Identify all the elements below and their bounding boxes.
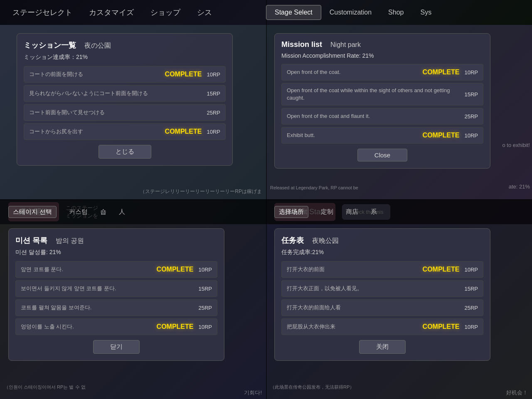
rp-badge: 10RP [207,129,220,135]
rp-badge: 15RP [464,91,478,98]
nav-item-stage-select-jp[interactable]: ステージセレクト [12,7,72,17]
panel-header-jp: ミッション一覧 夜の公園 [24,40,226,50]
mission-row: 엉덩이를 노출 시킨다. COMPLETE 10RP [15,318,217,335]
mission-list-en: Open front of the coat. COMPLETE 10RP Op… [281,64,483,144]
mission-row: Open front of the coat while within the … [281,83,483,105]
bg-text-tr-rate: ate: 21% [509,183,530,191]
panel-rate-kr: 미션 달성률: 21% [15,249,217,256]
mission-list-jp: コートの前面を開ける COMPLETE 10RP 見られながらバレないようにコー… [24,66,226,140]
complete-badge: COMPLETE [423,132,460,139]
panel-subtitle-jp: 夜の公園 [84,42,111,50]
rp-badge: 25RP [207,110,220,116]
quadrant-top-left: ミッション一覧 夜の公園 ミッション達成率：21% コートの前面を開ける COM… [0,25,266,224]
mid-nav-custom-kr[interactable]: 커스텀 [69,208,88,216]
panel-subtitle-kr: 밤의 공원 [56,237,84,245]
mission-row: 보이면서 들키지 않게 앞면 코트를 푼다. 15RP [15,280,217,297]
mid-nav-stage-select-kr[interactable]: 스테이지 선택 [8,206,57,218]
rp-badge: 10RP [207,71,220,78]
mission-row: 코트를 펼쳐 알몸을 보여준다. 25RP [15,299,217,316]
rp-badge: 10RP [198,267,212,273]
mission-row: Exhibit butt. COMPLETE 10RP [281,127,483,144]
top-nav: ステージセレクト カスタマイズ ショップ シス Stage Select Cus… [0,0,532,25]
close-btn-kr[interactable]: 닫기 [15,340,217,354]
mission-list-kr: 앞면 코트를 푼다. COMPLETE 10RP 보이면서 들키지 않게 앞면 … [15,261,217,335]
close-btn-zh[interactable]: 关闭 [281,340,483,354]
complete-badge: COMPLETE [423,266,460,273]
mission-text: Open front of the coat while within the … [287,87,464,102]
nav-item-sys-jp[interactable]: シス [197,7,212,17]
rp-badge: 10RP [464,69,478,76]
panel-rate-en: Mission Accomplishment Rate: 21% [281,52,483,59]
mission-text: コートからお尻を出す [29,128,160,135]
nav-item-customization-en[interactable]: Customization [321,5,380,20]
mission-panel-zh: 任务表 夜晚公园 任务完成率:21% 打开大衣的前面 COMPLETE 10RP… [274,228,490,361]
mission-list-zh: 打开大衣的前面 COMPLETE 10RP 打开大衣正面，以免被人看见。 15R… [281,261,483,335]
complete-badge: COMPLETE [423,69,460,76]
mid-nav-sys-kr[interactable]: 人 [119,208,125,216]
mission-text: 打开大衣的前面 [287,266,418,273]
complete-badge: COMPLETE [165,71,202,78]
quadrant-top-right: Mission list Night park Mission Accompli… [266,25,532,224]
mission-row: 앞면 코트를 푼다. COMPLETE 10RP [15,261,217,278]
rp-badge: 10RP [198,324,212,330]
mid-bar-right: 选择场所 定制 商店 系 [266,199,532,224]
mission-row: 打开大衣正面，以免被人看见。 15RP [281,280,483,297]
bg-text-br: （此场景在传奇公园发布，无法获得RP） [270,384,354,391]
complete-badge: COMPLETE [157,323,194,330]
mission-row: 打开大衣的前面给人看 25RP [281,299,483,316]
panel-rate-jp: ミッション達成率：21% [24,54,226,61]
nav-item-stage-select-en[interactable]: Stage Select [266,5,321,20]
mission-text: 見られながらバレないようにコート前面を開ける [29,90,207,97]
mid-bar: 스테이지 선택 커스텀 숍 人 选择场所 定制 商店 系 [0,199,532,224]
close-button-jp[interactable]: とじる [99,145,151,159]
rp-badge: 25RP [464,305,478,311]
panel-title-kr: 미션 목록 [15,235,47,245]
bg-text-bl: （인원이 스테이징이여서 RP는 벌 수 없 [4,384,86,391]
mission-panel-jp: ミッション一覧 夜の公園 ミッション達成率：21% コートの前面を開ける COM… [17,33,233,166]
rp-badge: 15RP [464,286,478,292]
nav-item-shop-en[interactable]: Shop [380,5,412,20]
quadrant-bottom-right: 任务表 夜晚公园 任务完成率:21% 打开大衣的前面 COMPLETE 10RP… [266,224,532,399]
panel-header-zh: 任务表 夜晚公园 [281,235,483,245]
mission-row: Open front of the coat. COMPLETE 10RP [281,64,483,81]
rp-badge: 25RP [464,113,478,120]
panel-header-en: Mission list Night park [281,40,483,49]
mission-text: 把屁股从大衣伸出来 [287,323,418,330]
mission-text: 코트를 펼쳐 알몸을 보여준다. [21,304,198,311]
close-btn-jp[interactable]: とじる [24,145,226,159]
rp-badge: 10RP [464,132,478,139]
rp-badge: 10RP [464,267,478,273]
bg-text-tl: （ステージレリリーリーリーリーリーリーRPは稼げま [140,188,262,195]
panel-title-jp: ミッション一覧 [24,40,76,50]
mission-text: Open front of the coat. [287,69,418,76]
mission-row: 把屁股从大衣伸出来 COMPLETE 10RP [281,318,483,335]
mission-text: コートの前面を開ける [29,71,160,78]
complete-badge: COMPLETE [157,266,194,273]
rp-badge: 15RP [207,91,220,97]
nav-item-shop-jp[interactable]: ショップ [150,7,180,17]
nav-left: ステージセレクト カスタマイズ ショップ シス [0,0,266,25]
mission-text: 打开大衣的前面给人看 [287,304,464,311]
bg-text-bl-right: 기회다! [244,389,262,397]
panel-rate-zh: 任务完成率:21% [281,249,483,256]
mid-nav-sys-zh[interactable]: 系 [371,208,377,216]
mid-bar-left: 스테이지 선택 커스텀 숍 人 [0,199,266,224]
mission-row: Open front of the coat and flaunt it. 25… [281,108,483,125]
close-btn-en[interactable]: Close [281,149,483,162]
complete-badge: COMPLETE [165,128,202,135]
rp-badge: 10RP [464,324,478,330]
mission-panel-en: Mission list Night park Mission Accompli… [274,33,490,169]
close-button-kr[interactable]: 닫기 [93,340,140,354]
close-button-zh[interactable]: 关闭 [359,340,406,354]
rp-badge: 15RP [198,286,212,292]
close-button-en[interactable]: Close [357,149,407,162]
mid-nav-stage-select-zh[interactable]: 选择场所 [274,206,308,218]
nav-right: Stage Select Customization Shop Sys [266,0,532,25]
nav-item-sys-en[interactable]: Sys [412,5,440,20]
panel-header-kr: 미션 목록 밤의 공원 [15,235,217,245]
mission-text: コート前面を開いて見せつける [29,109,207,116]
mid-nav-shop-kr[interactable]: 숍 [100,208,106,216]
mid-nav-shop-zh[interactable]: 商店 [346,208,358,216]
nav-item-customize-jp[interactable]: カスタマイズ [89,7,134,17]
mid-nav-custom-zh[interactable]: 定制 [321,208,333,216]
